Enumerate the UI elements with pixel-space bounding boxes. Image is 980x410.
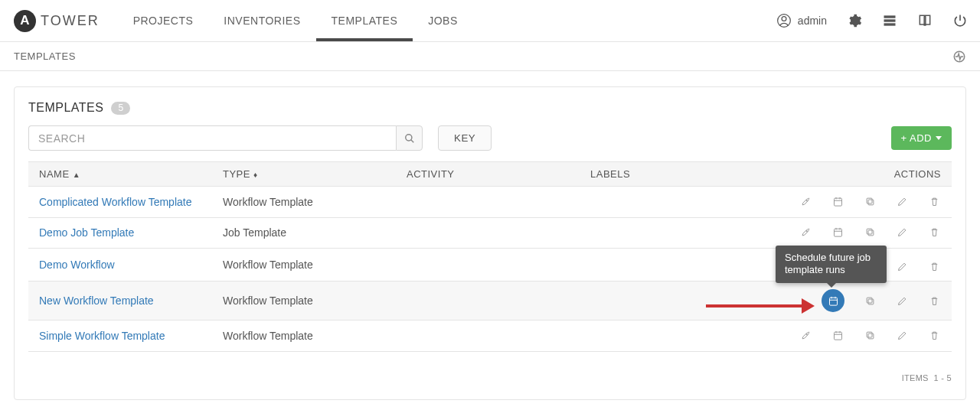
brand-logo-icon: A: [14, 10, 36, 32]
col-activity: ACTIVITY: [396, 162, 580, 187]
search-button[interactable]: [396, 125, 423, 151]
svg-point-15: [805, 230, 807, 232]
svg-rect-16: [834, 229, 841, 236]
user-icon: [776, 13, 792, 28]
panel-title: TEMPLATES: [28, 101, 103, 115]
docs-icon[interactable]: [917, 13, 933, 28]
svg-rect-39: [868, 334, 874, 339]
brand-text: TOWER: [41, 13, 100, 29]
svg-line-7: [410, 139, 413, 142]
table-row: Complicated Workflow TemplateWorkflow Te…: [28, 187, 952, 218]
nav-inventories[interactable]: INVENTORIES: [208, 0, 315, 41]
schedule-icon[interactable]: [831, 194, 844, 208]
count-badge: 5: [111, 102, 130, 115]
template-link[interactable]: New Workflow Template: [39, 294, 154, 307]
brand[interactable]: A TOWER: [14, 10, 100, 32]
nav-projects[interactable]: PROJECTS: [118, 0, 209, 41]
template-link[interactable]: Demo Job Template: [39, 226, 134, 239]
delete-icon[interactable]: [927, 226, 941, 239]
edit-icon[interactable]: [895, 194, 909, 208]
sort-asc-icon: ▲: [73, 171, 80, 179]
template-link[interactable]: Simple Workflow Template: [39, 330, 165, 342]
svg-point-6: [405, 134, 411, 140]
template-type: Workflow Template: [212, 249, 396, 281]
table-row: New Workflow TemplateWorkflow Template: [28, 281, 952, 321]
svg-rect-33: [867, 298, 872, 303]
template-type: Workflow Template: [212, 321, 396, 352]
user-menu[interactable]: admin: [776, 13, 827, 28]
schedule-icon[interactable]: [831, 328, 844, 342]
chevron-down-icon: [936, 136, 942, 140]
schedule-icon[interactable]: [831, 226, 844, 239]
delete-icon[interactable]: [927, 194, 941, 208]
templates-panel: TEMPLATES 5 KEY + ADD NAME ▲ TYPE ♦ ACTI…: [14, 86, 966, 400]
inventory-icon[interactable]: [882, 13, 897, 28]
key-button[interactable]: KEY: [438, 125, 492, 151]
svg-rect-35: [834, 332, 841, 340]
svg-rect-20: [868, 230, 874, 236]
svg-point-34: [805, 334, 807, 335]
svg-rect-3: [884, 19, 896, 21]
copy-icon[interactable]: [863, 328, 877, 342]
table-row: Demo Job TemplateJob Template: [28, 217, 952, 249]
launch-icon[interactable]: [799, 328, 812, 342]
svg-point-8: [805, 200, 807, 201]
template-type: Workflow Template: [212, 281, 396, 321]
svg-rect-13: [868, 200, 874, 205]
main-nav: PROJECTS INVENTORIES TEMPLATES JOBS: [118, 0, 473, 41]
launch-icon[interactable]: [799, 226, 812, 239]
svg-rect-2: [884, 15, 896, 18]
pagination-info: ITEMS 1 - 5: [28, 373, 952, 382]
delete-icon[interactable]: [927, 259, 941, 273]
col-actions: ACTIONS: [733, 162, 952, 187]
nav-templates[interactable]: TEMPLATES: [316, 0, 413, 41]
activity-stream-icon[interactable]: [952, 50, 966, 63]
svg-point-1: [782, 17, 786, 21]
search-icon: [404, 133, 415, 144]
col-name[interactable]: NAME ▲: [28, 162, 212, 187]
search-input[interactable]: [28, 125, 396, 151]
template-link[interactable]: Complicated Workflow Template: [39, 196, 191, 208]
edit-icon[interactable]: [895, 259, 909, 273]
template-type: Workflow Template: [212, 187, 396, 218]
sort-icon: ♦: [253, 171, 258, 179]
svg-rect-9: [834, 198, 841, 206]
svg-rect-40: [867, 332, 872, 337]
breadcrumb: TEMPLATES: [14, 50, 76, 62]
nav-jobs[interactable]: JOBS: [413, 0, 473, 41]
copy-icon[interactable]: [863, 294, 877, 308]
launch-icon[interactable]: [799, 194, 812, 208]
add-button[interactable]: + ADD: [891, 126, 952, 150]
settings-icon[interactable]: [847, 13, 862, 28]
delete-icon[interactable]: [927, 294, 941, 308]
table-row: Simple Workflow TemplateWorkflow Templat…: [28, 321, 952, 352]
edit-icon[interactable]: [895, 226, 909, 239]
power-icon[interactable]: [952, 13, 968, 28]
svg-rect-32: [868, 299, 874, 304]
copy-icon[interactable]: [863, 226, 877, 239]
svg-rect-14: [867, 198, 872, 203]
template-link[interactable]: Demo Workflow: [39, 259, 115, 271]
copy-icon[interactable]: [863, 194, 877, 208]
delete-icon[interactable]: [927, 328, 941, 342]
svg-rect-4: [884, 23, 896, 25]
template-type: Job Template: [212, 217, 396, 249]
edit-icon[interactable]: [895, 328, 909, 342]
schedule-icon[interactable]: [822, 289, 844, 312]
svg-rect-28: [829, 298, 837, 305]
svg-rect-21: [867, 229, 872, 234]
edit-icon[interactable]: [895, 294, 909, 308]
schedule-tooltip: Schedule future job template runs: [776, 246, 887, 283]
col-labels: LABELS: [580, 162, 733, 187]
col-type[interactable]: TYPE ♦: [212, 162, 396, 187]
user-name: admin: [798, 15, 827, 27]
